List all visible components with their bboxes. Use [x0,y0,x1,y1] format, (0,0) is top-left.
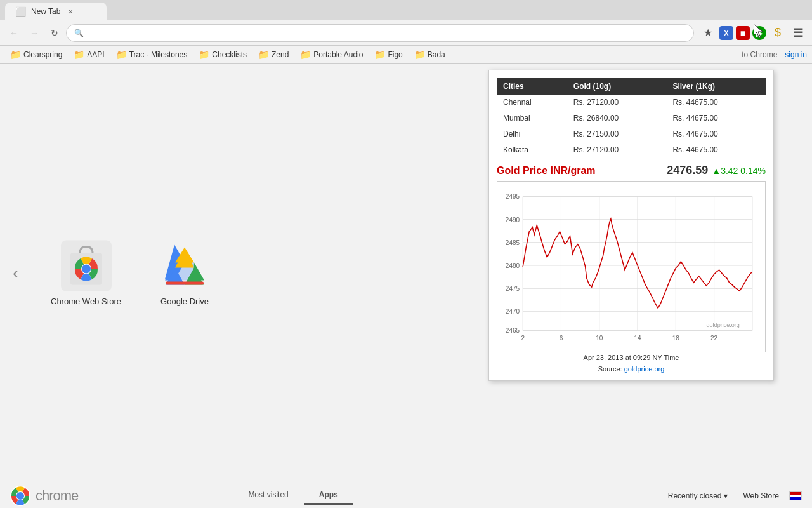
title-bar: ⬜ New Tab ✕ [0,0,812,20]
gold-price-widget: Cities Gold (10g) Silver (1Kg) Chennai R… [488,70,774,381]
store-svg [64,242,108,290]
table-row: Chennai Rs. 27120.00 Rs. 44675.00 [497,95,766,110]
address-input[interactable] [88,28,686,37]
recently-closed-label: Recently closed [668,491,722,500]
search-icon: 🔍 [74,29,84,37]
signin-text: to Chrome— [742,50,785,59]
svg-text:2: 2 [521,335,525,342]
gold-price-header: Gold Price INR/gram 2476.59 ▲3.42 0.14% [497,164,766,177]
svg-text:2465: 2465 [506,327,520,334]
recently-closed-chevron: ▾ [724,491,728,500]
gdrive-icon-img [159,241,210,291]
signin-link[interactable]: sign in [785,50,807,59]
bookmark-portable-audio[interactable]: 📁 Portable Audio [295,48,368,61]
tab-favicon: ⬜ [15,6,26,17]
folder-icon: 📁 [199,50,209,60]
bookmark-checklists[interactable]: 📁 Checklists [193,48,252,61]
tab-most-visited-label: Most visited [248,490,288,499]
table-row: Kolkata Rs. 27120.00 Rs. 44675.00 [497,142,766,158]
bookmark-aapi[interactable]: 📁 AAPI [69,48,109,61]
address-bar[interactable]: 🔍 [66,24,694,42]
extension-gold-button[interactable]: $ [769,24,787,42]
bottom-bar: chrome Most visited Apps Recently closed… [0,483,812,508]
folder-icon: 📁 [10,50,21,60]
chart-title: Gold Price INR/gram [497,165,596,177]
svg-text:goldprice.org: goldprice.org [707,322,740,328]
extension-red-button[interactable]: ■ [736,26,750,40]
reload-button[interactable]: ↻ [46,24,63,42]
svg-text:10: 10 [596,335,603,342]
tab-most-visited[interactable]: Most visited [233,486,303,505]
cell-gold: Rs. 27120.00 [567,142,667,158]
svg-marker-13 [175,249,194,268]
app-label-chrome-web-store: Chrome Web Store [51,297,121,306]
apps-area: Chrome Web Store [51,241,210,306]
cell-silver: Rs. 44675.00 [666,126,766,142]
extension-green-button[interactable]: ▶ [752,26,766,40]
svg-text:2475: 2475 [506,285,520,292]
browser-tab[interactable]: ⬜ New Tab ✕ [5,3,107,20]
svg-text:2495: 2495 [506,193,520,200]
price-table: Cities Gold (10g) Silver (1Kg) Chennai R… [497,78,766,157]
chart-change: ▲3.42 0.14% [712,166,766,176]
folder-icon: 📁 [74,50,84,60]
cell-gold: Rs. 27120.00 [567,95,667,110]
svg-text:2470: 2470 [506,308,520,315]
source-link[interactable]: goldprice.org [624,365,665,373]
table-header-cities: Cities [497,78,567,95]
bookmark-label: Clearspring [23,50,62,59]
chrome-logo-area: chrome [10,486,78,506]
folder-icon: 📁 [300,50,311,60]
back-button[interactable]: ← [5,24,23,42]
app-chrome-web-store[interactable]: Chrome Web Store [51,241,121,306]
bookmark-label: Bada [428,50,445,59]
forward-button[interactable]: → [25,24,43,42]
bookmark-star-button[interactable]: ★ [699,24,717,42]
cell-city: Kolkata [497,142,567,158]
bookmark-clearspring[interactable]: 📁 Clearspring [5,48,67,61]
cell-city: Delhi [497,126,567,142]
bookmark-bada[interactable]: 📁 Bada [409,48,450,61]
chart-source: Source: goldprice.org [497,365,766,373]
carousel-prev-button[interactable]: ‹ [13,263,18,283]
extension-x-button[interactable]: X [719,26,733,40]
cell-city: Mumbai [497,110,567,126]
bottom-right: Recently closed ▾ Web Store [663,489,802,503]
table-row: Delhi Rs. 27150.00 Rs. 44675.00 [497,126,766,142]
table-header-silver: Silver (1Kg) [666,78,766,95]
cell-city: Chennai [497,95,567,110]
app-google-drive[interactable]: Google Drive [159,241,210,306]
bookmark-trac[interactable]: 📁 Trac - Milestones [111,48,193,61]
cell-gold: Rs. 27150.00 [567,126,667,142]
cell-gold: Rs. 26840.00 [567,110,667,126]
chart-value: 2476.59 [667,164,708,177]
source-label: Source: [598,365,622,373]
nav-icons: ★ X ■ ▶ $ ☰ [699,24,807,42]
bottom-tabs: Most visited Apps [233,486,353,505]
chart-time: Apr 23, 2013 at 09:29 NY Time [497,354,766,361]
app-label-google-drive: Google Drive [160,297,209,306]
drive-svg-overlay [159,244,210,288]
cell-silver: Rs. 44675.00 [666,110,766,126]
folder-icon: 📁 [258,50,269,60]
folder-icon: 📁 [414,50,425,60]
web-store-link[interactable]: Web Store [738,489,783,503]
bookmark-label: Trac - Milestones [129,50,188,59]
chrome-brand-text: chrome [36,488,78,504]
chrome-menu-button[interactable]: ☰ [789,24,807,42]
bookmark-label: Figo [388,50,402,59]
svg-point-45 [16,492,24,500]
folder-icon: 📁 [116,50,127,60]
nav-bar: ← → ↻ 🔍 ★ X ■ ▶ $ ☰ [0,20,812,46]
recently-closed-button[interactable]: Recently closed ▾ [663,489,733,503]
tab-title: New Tab [31,7,60,16]
svg-text:22: 22 [710,335,718,342]
bookmark-zend[interactable]: 📁 Zend [253,48,294,61]
bookmark-figo[interactable]: 📁 Figo [369,48,407,61]
tab-apps[interactable]: Apps [304,486,353,505]
bookmark-label: Zend [272,50,289,59]
tab-close-button[interactable]: ✕ [65,6,75,17]
svg-text:14: 14 [634,335,641,342]
bookmark-label: Checklists [212,50,247,59]
svg-point-3 [82,265,91,274]
